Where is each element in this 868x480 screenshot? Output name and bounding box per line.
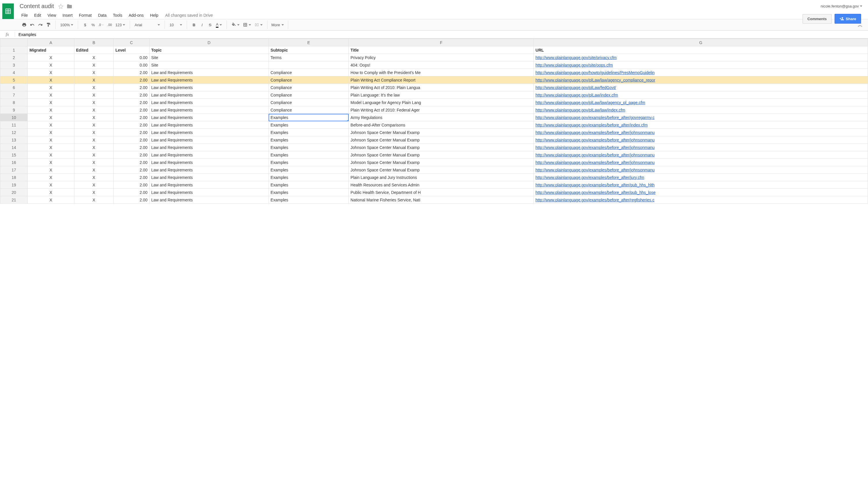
more-tools-button[interactable]: More: [270, 21, 285, 29]
menu-add-ons[interactable]: Add-ons: [126, 12, 146, 19]
cell[interactable]: X: [28, 144, 74, 151]
cell[interactable]: Law and Requirements: [149, 166, 269, 174]
cell[interactable]: http://www.plainlanguage.gov/examples/be…: [534, 196, 868, 204]
header-cell[interactable]: Edited: [74, 46, 114, 54]
cell[interactable]: http://www.plainlanguage.gov/examples/be…: [534, 181, 868, 189]
cell[interactable]: Johnson Space Center Manual Examp: [349, 151, 534, 159]
increase-decimal-button[interactable]: .00: [105, 21, 114, 29]
cell[interactable]: X: [74, 54, 114, 61]
column-header-C[interactable]: C: [114, 39, 149, 46]
url-link[interactable]: http://www.plainlanguage.gov/examples/be…: [535, 130, 654, 135]
cell[interactable]: http://www.plainlanguage.gov/plLaw/law/a…: [534, 99, 868, 106]
cell[interactable]: X: [28, 189, 74, 196]
cell[interactable]: X: [28, 91, 74, 99]
cell[interactable]: Law and Requirements: [149, 91, 269, 99]
folder-icon[interactable]: [67, 3, 72, 9]
header-cell[interactable]: Subtopic: [269, 46, 348, 54]
menu-insert[interactable]: Insert: [60, 12, 75, 19]
cell[interactable]: Law and Requirements: [149, 114, 269, 121]
cell[interactable]: Johnson Space Center Manual Examp: [349, 136, 534, 144]
cell[interactable]: http://www.plainlanguage.gov/site/oops.c…: [534, 61, 868, 69]
cell[interactable]: Law and Requirements: [149, 69, 269, 76]
print-button[interactable]: [20, 21, 28, 29]
cell[interactable]: X: [74, 84, 114, 91]
url-link[interactable]: http://www.plainlanguage.gov/examples/be…: [535, 198, 654, 202]
cell[interactable]: 404: Oops!: [349, 61, 534, 69]
cell[interactable]: Public Health Service, Department of H: [349, 189, 534, 196]
cell[interactable]: 2.00: [114, 99, 149, 106]
cell[interactable]: http://www.plainlanguage.gov/howto/guide…: [534, 69, 868, 76]
cell[interactable]: 2.00: [114, 106, 149, 114]
row-header[interactable]: 11: [0, 121, 28, 129]
cell[interactable]: 2.00: [114, 136, 149, 144]
row-header[interactable]: 18: [0, 174, 28, 181]
cell[interactable]: 2.00: [114, 151, 149, 159]
menu-data[interactable]: Data: [95, 12, 110, 19]
cell[interactable]: X: [28, 129, 74, 136]
column-header-G[interactable]: G: [534, 39, 868, 46]
cell[interactable]: Law and Requirements: [149, 76, 269, 84]
cell[interactable]: Examples: [269, 159, 348, 166]
cell[interactable]: X: [28, 196, 74, 204]
cell[interactable]: X: [28, 136, 74, 144]
row-header[interactable]: 20: [0, 189, 28, 196]
comments-button[interactable]: Comments: [803, 14, 832, 24]
cell[interactable]: http://www.plainlanguage.gov/plLaw/law/a…: [534, 76, 868, 84]
zoom-select[interactable]: 100%: [59, 21, 75, 29]
row-header[interactable]: 2: [0, 54, 28, 61]
cell[interactable]: X: [74, 144, 114, 151]
cell[interactable]: X: [74, 129, 114, 136]
cell[interactable]: Plain Writing Act of 2010: Plain Langua: [349, 84, 534, 91]
cell[interactable]: Law and Requirements: [149, 189, 269, 196]
cell[interactable]: Law and Requirements: [149, 159, 269, 166]
cell[interactable]: http://www.plainlanguage.gov/site/privac…: [534, 54, 868, 61]
menu-format[interactable]: Format: [76, 12, 95, 19]
font-family-select[interactable]: Arial: [133, 21, 162, 29]
cell[interactable]: X: [74, 106, 114, 114]
row-header[interactable]: 10: [0, 114, 28, 121]
cell[interactable]: http://www.plainlanguage.gov/examples/be…: [534, 159, 868, 166]
cell[interactable]: X: [28, 181, 74, 189]
column-header-B[interactable]: B: [74, 39, 114, 46]
menu-view[interactable]: View: [45, 12, 59, 19]
cell[interactable]: X: [28, 159, 74, 166]
cell[interactable]: 2.00: [114, 129, 149, 136]
cell[interactable]: http://www.plainlanguage.gov/examples/be…: [534, 166, 868, 174]
cell[interactable]: http://www.plainlanguage.gov/examples/be…: [534, 189, 868, 196]
strikethrough-button[interactable]: S: [206, 21, 214, 29]
cell[interactable]: 2.00: [114, 189, 149, 196]
cell[interactable]: Law and Requirements: [149, 196, 269, 204]
menu-edit[interactable]: Edit: [31, 12, 44, 19]
cell[interactable]: X: [74, 151, 114, 159]
url-link[interactable]: http://www.plainlanguage.gov/examples/be…: [535, 190, 655, 195]
cell[interactable]: X: [28, 151, 74, 159]
cell[interactable]: Site: [149, 61, 269, 69]
cell[interactable]: Law and Requirements: [149, 129, 269, 136]
cell[interactable]: 2.00: [114, 121, 149, 129]
cell[interactable]: X: [74, 99, 114, 106]
text-color-button[interactable]: A: [214, 21, 224, 29]
cell[interactable]: Compliance: [269, 91, 348, 99]
cell[interactable]: X: [74, 114, 114, 121]
cell[interactable]: Plain Language: It's the law: [349, 91, 534, 99]
row-header[interactable]: 5: [0, 76, 28, 84]
cell[interactable]: 2.00: [114, 174, 149, 181]
row-header[interactable]: 19: [0, 181, 28, 189]
cell[interactable]: http://www.plainlanguage.gov/examples/be…: [534, 144, 868, 151]
cell[interactable]: X: [28, 61, 74, 69]
row-header[interactable]: 13: [0, 136, 28, 144]
cell[interactable]: X: [74, 181, 114, 189]
paint-format-button[interactable]: [44, 21, 53, 29]
cell[interactable]: Compliance: [269, 99, 348, 106]
cell[interactable]: Health Resources and Services Admin: [349, 181, 534, 189]
cell[interactable]: 0.00: [114, 61, 149, 69]
cell[interactable]: X: [28, 121, 74, 129]
url-link[interactable]: http://www.plainlanguage.gov/examples/be…: [535, 168, 654, 172]
doc-title[interactable]: Content audit: [19, 2, 55, 10]
cell[interactable]: Examples: [269, 144, 348, 151]
row-header[interactable]: 4: [0, 69, 28, 76]
row-header[interactable]: 8: [0, 99, 28, 106]
url-link[interactable]: http://www.plainlanguage.gov/examples/be…: [535, 115, 654, 120]
cell[interactable]: http://www.plainlanguage.gov/examples/be…: [534, 121, 868, 129]
account-menu[interactable]: nicole.fenton@gsa.gov: [821, 4, 862, 8]
